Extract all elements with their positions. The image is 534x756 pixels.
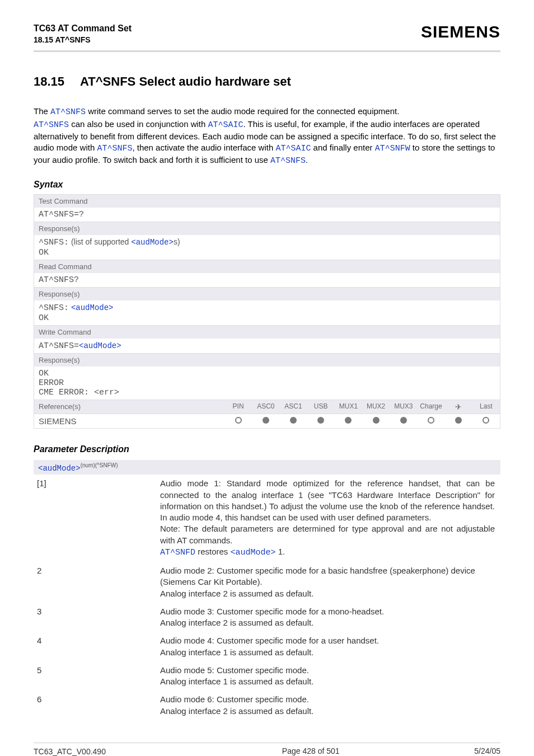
param-desc: Audio mode 6: Customer specific mode.Ana… [157, 691, 500, 720]
footer-date: 5/24/05 [474, 746, 500, 756]
intro-text: . [306, 155, 308, 165]
intro-text: , then activate the audio interface with [132, 143, 275, 152]
cmd-link-atsaic[interactable]: AT^SAIC [208, 120, 243, 130]
dot-empty-icon [235, 417, 242, 424]
param-desc: Audio mode 3: Customer specific mode for… [157, 603, 500, 632]
cmd-link-atsnfw[interactable]: AT^SNFW [375, 144, 410, 153]
param-name[interactable]: <audMode> [38, 463, 81, 472]
test-response-label: Response(s) [34, 222, 500, 235]
param-row: 5Audio mode 5: Customer specific mode.An… [34, 661, 500, 691]
resp-text: (list of supported [69, 237, 131, 246]
write-prefix: AT^SNFS= [39, 341, 79, 351]
syntax-box: Test Command AT^SNFS=? Response(s) ^SNFS… [34, 194, 500, 429]
ref-col-header: Last [472, 400, 500, 414]
ref-dot [445, 415, 472, 428]
ref-dot [224, 415, 252, 428]
resp-ok: OK [39, 369, 49, 378]
syntax-heading: Syntax [34, 180, 500, 190]
intro-text: The [34, 106, 50, 116]
dot-empty-icon [483, 417, 489, 424]
intro-text: write command serves to set the audio mo… [86, 106, 399, 116]
section-title-text: AT^SNFS Select audio hardware set [80, 74, 291, 88]
test-command-label: Test Command [34, 195, 500, 208]
reference-label: Reference(s) [34, 400, 224, 413]
footer-left: TC63_ATC_V00.490 Confidential / Draft - … [34, 746, 147, 756]
cmd-link-atsnfd[interactable]: AT^SNFD [160, 548, 195, 557]
param-key: 6 [34, 691, 157, 720]
param-key: 3 [34, 603, 157, 632]
read-response: ^SNFS: <audMode> OK [34, 300, 500, 325]
ref-dot [472, 415, 500, 428]
cmd-link-atsnfs[interactable]: AT^SNFS [50, 107, 86, 117]
ref-col-header: MUX1 [335, 400, 362, 414]
footer-version: TC63_ATC_V00.490 [34, 746, 147, 756]
section-number: 18.15 [34, 74, 64, 88]
resp-prefix: ^SNFS: [39, 303, 69, 313]
cmd-link-atsnfs[interactable]: AT^SNFS [34, 120, 69, 130]
ref-dot [307, 415, 335, 428]
param-desc: Audio mode 2: Customer specific mode for… [157, 562, 500, 603]
dot-filled-icon [400, 417, 407, 424]
param-key: [1] [34, 475, 157, 562]
dot-filled-icon [373, 417, 380, 424]
test-command: AT^SNFS=? [34, 208, 500, 222]
param-row: 4Audio mode 4: Customer specific mode fo… [34, 632, 500, 661]
read-command: AT^SNFS? [34, 273, 500, 287]
param-key: 4 [34, 632, 157, 661]
ref-dot [279, 415, 307, 428]
page-header: TC63 AT Command Set 18.15 AT^SNFS SIEMEN… [34, 22, 500, 45]
reference-header-row: Reference(s) PINASC0ASC1USBMUX1MUX2MUX3C… [34, 400, 500, 414]
dot-filled-icon [317, 417, 324, 424]
param-link-audmode[interactable]: <audMode> [231, 548, 276, 557]
brand-logo: SIEMENS [421, 22, 500, 41]
write-response: OK ERROR CME ERROR: <err> [34, 367, 500, 400]
intro-text: can also be used in conjunction with [69, 119, 208, 129]
ref-col-header: MUX2 [362, 400, 390, 414]
resp-ok: OK [39, 313, 49, 323]
param-box: <audMode>(num)(^SNFW) [1]Audio mode 1: S… [34, 460, 500, 720]
header-left: TC63 AT Command Set 18.15 AT^SNFS [34, 22, 132, 45]
write-command: AT^SNFS=<audMode> [34, 339, 500, 353]
param-desc: Audio mode 1: Standard mode optimized fo… [157, 475, 500, 562]
ref-dot [252, 415, 279, 428]
cmd-link-atsnfs[interactable]: AT^SNFS [97, 144, 132, 153]
dot-filled-icon [455, 417, 462, 424]
ref-col-header: Charge [417, 400, 444, 414]
param-row: 2Audio mode 2: Customer specific mode fo… [34, 562, 500, 603]
airplane-icon: ✈ [445, 400, 472, 414]
page-footer: TC63_ATC_V00.490 Confidential / Draft - … [34, 743, 500, 756]
ref-dot [417, 415, 444, 428]
param-link-audmode[interactable]: <audMode> [131, 238, 174, 247]
param-key: 5 [34, 661, 157, 691]
intro-paragraph: The AT^SNFS write command serves to set … [34, 106, 500, 167]
ref-col-header: PIN [224, 400, 252, 414]
doc-subtitle: 18.15 AT^SNFS [34, 35, 132, 45]
reference-dots [224, 415, 500, 428]
cmd-link-atsaic[interactable]: AT^SAIC [275, 144, 311, 153]
param-row: 6Audio mode 6: Customer specific mode.An… [34, 691, 500, 720]
param-desc: Audio mode 4: Customer specific mode for… [157, 632, 500, 661]
resp-ok: OK [39, 248, 49, 257]
read-response-label: Response(s) [34, 288, 500, 300]
header-divider [34, 50, 500, 52]
reference-value: SIEMENS [34, 414, 224, 428]
param-link-audmode[interactable]: <audMode> [71, 303, 114, 312]
param-link-audmode[interactable]: <audMode> [79, 341, 121, 350]
param-desc: Audio mode 5: Customer specific mode.Ana… [157, 661, 500, 691]
ref-col-header: USB [307, 400, 335, 414]
param-desc-heading: Parameter Description [34, 444, 500, 454]
reference-value-row: SIEMENS [34, 414, 500, 428]
reference-columns: PINASC0ASC1USBMUX1MUX2MUX3Charge✈Last [224, 400, 500, 414]
read-command-label: Read Command [34, 260, 500, 273]
intro-text: and finally enter [311, 143, 374, 152]
ref-dot [335, 415, 362, 428]
ref-col-header: ASC1 [279, 400, 307, 414]
resp-cme: CME ERROR: <err> [39, 388, 119, 397]
param-table: [1]Audio mode 1: Standard mode optimized… [34, 475, 500, 720]
cmd-link-atsnfs[interactable]: AT^SNFS [270, 156, 306, 166]
write-command-label: Write Command [34, 326, 500, 339]
dot-filled-icon [290, 417, 297, 424]
resp-error: ERROR [39, 378, 64, 388]
ref-dot [362, 415, 390, 428]
page: TC63 AT Command Set 18.15 AT^SNFS SIEMEN… [0, 0, 534, 756]
